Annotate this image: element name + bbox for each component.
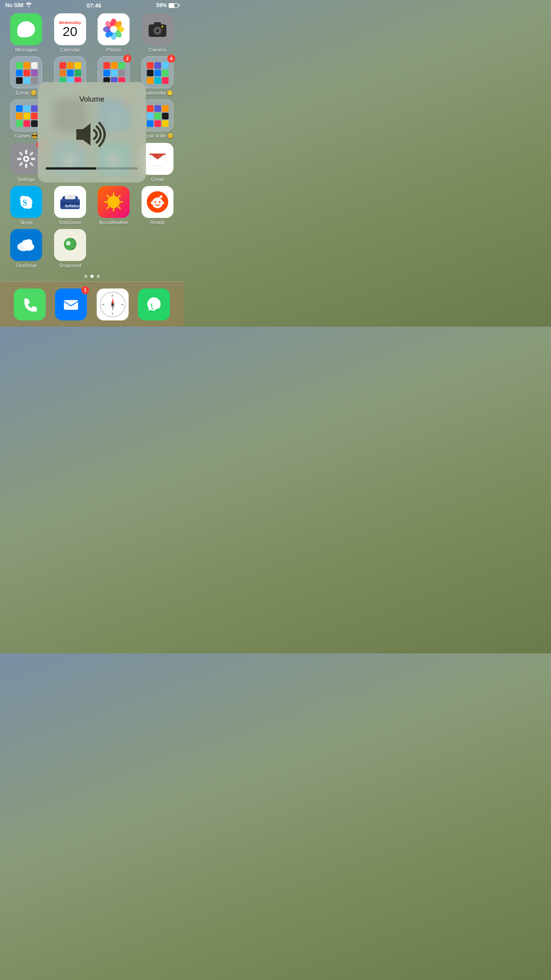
- app-label-multimedia: Multimedia 😶: [142, 90, 173, 96]
- page-dot-3[interactable]: [97, 275, 100, 278]
- folder-grid-shopping: [58, 60, 82, 85]
- svg-rect-41: [150, 154, 165, 155]
- gmail-svg: [146, 147, 169, 170]
- app-camera[interactable]: Camera: [138, 13, 178, 53]
- calendar-date: 20: [63, 25, 77, 38]
- svg-point-71: [25, 239, 32, 245]
- rf6: [118, 70, 125, 76]
- svg-rect-11: [154, 22, 161, 26]
- camera-svg: [147, 19, 168, 40]
- svg-text:S: S: [23, 198, 27, 207]
- rf2: [111, 62, 118, 69]
- dock-safari[interactable]: N S E W: [97, 288, 129, 320]
- gf4: [16, 113, 23, 119]
- gmail-icon: [142, 143, 173, 175]
- svg-point-67: [161, 202, 164, 204]
- page-dot-2[interactable]: [91, 275, 94, 278]
- safari-icon: N S E W: [97, 288, 129, 320]
- app-label-photos: Photos: [106, 47, 121, 53]
- mail-svg: [61, 295, 81, 314]
- sf1: [59, 62, 66, 69]
- ml3: [162, 105, 169, 112]
- dock-phone[interactable]: [14, 288, 46, 320]
- ml2: [154, 105, 161, 112]
- photos-flower-svg: [102, 18, 125, 41]
- volume-speaker-svg: [72, 117, 112, 152]
- gf7: [16, 120, 23, 127]
- svg-text:SofaScore: SofaScore: [65, 204, 82, 208]
- svg-text:S: S: [111, 312, 113, 314]
- fi3: [31, 62, 38, 69]
- volume-bar-fill: [46, 167, 96, 170]
- sf2: [67, 62, 74, 69]
- dock: 1 N S E W: [0, 281, 184, 327]
- app-calendar[interactable]: Wednesday 20 Calendar: [50, 13, 91, 53]
- calendar-icon: Wednesday 20: [54, 13, 86, 45]
- snapseed-icon: [54, 229, 86, 261]
- app-label-skype: Skype: [20, 220, 33, 225]
- mf9: [162, 77, 169, 84]
- folder-grid-extras: [14, 60, 39, 85]
- safari-svg: N S E W: [98, 290, 127, 319]
- volume-bar-container: [46, 167, 138, 170]
- multimedia-folder-icon: 4: [142, 56, 173, 88]
- whatsapp-svg: [144, 294, 164, 315]
- app-reddit[interactable]: Reddit: [138, 186, 178, 225]
- rf3: [118, 62, 125, 69]
- svg-point-61: [152, 198, 163, 208]
- rf1: [103, 62, 110, 69]
- app-label-reddit: Reddit: [150, 220, 165, 225]
- svg-point-72: [66, 241, 71, 245]
- fi7: [16, 77, 23, 84]
- page-dot-1[interactable]: [84, 275, 87, 278]
- phone-icon: [14, 288, 46, 320]
- skype-icon: S: [10, 186, 42, 218]
- volume-speaker-icon: [72, 117, 112, 154]
- svg-point-9: [110, 26, 117, 33]
- extras-folder-icon: [10, 56, 42, 88]
- dock-whatsapp[interactable]: [138, 288, 170, 320]
- accuweather-svg: [102, 191, 125, 213]
- badge-rarely: 2: [123, 55, 131, 63]
- volume-overlay: Volume: [38, 82, 146, 182]
- ml5: [154, 113, 161, 119]
- app-accuweather[interactable]: AccuWeather: [94, 186, 134, 225]
- svg-point-50: [107, 196, 120, 208]
- badge-multimedia: 4: [167, 55, 175, 63]
- folder-grid-multimedia: [145, 60, 169, 85]
- svg-line-56: [118, 207, 120, 209]
- ml4: [147, 113, 153, 119]
- app-messages[interactable]: Messages: [6, 13, 47, 53]
- app-sofascore[interactable]: SofaScore SofaScore: [50, 186, 91, 225]
- rf5: [111, 70, 118, 76]
- app-skype[interactable]: S Skype: [6, 186, 47, 225]
- sf6: [75, 70, 81, 76]
- app-label-extras: Extras 😊: [16, 90, 37, 96]
- ml8: [154, 120, 161, 127]
- app-photos[interactable]: Photos: [94, 13, 134, 53]
- ml7: [147, 120, 153, 127]
- app-label-gmail: Gmail: [151, 177, 164, 182]
- carrier-text: No SIM: [5, 2, 24, 8]
- accuweather-icon: [98, 186, 130, 218]
- settings-svg: [16, 148, 37, 170]
- svg-point-87: [111, 303, 114, 305]
- app-onedrive[interactable]: OneDrive: [6, 229, 47, 269]
- whatsapp-icon: [138, 288, 170, 320]
- messages-icon: [10, 13, 42, 45]
- app-snapseed[interactable]: Snapseed: [50, 229, 91, 269]
- dock-mail[interactable]: 1: [55, 288, 87, 320]
- onedrive-icon: [10, 229, 42, 261]
- app-label-messages: Messages: [15, 47, 37, 53]
- gf6: [31, 113, 38, 119]
- app-label-sofascore: SofaScore: [59, 220, 81, 225]
- badge-mail: 1: [81, 286, 89, 294]
- svg-point-15: [161, 26, 163, 28]
- reddit-svg: [146, 190, 169, 213]
- ml1: [147, 105, 153, 112]
- battery-percent: 59%: [156, 2, 167, 8]
- app-label-onedrive: OneDrive: [16, 263, 36, 269]
- svg-text:N: N: [111, 295, 113, 297]
- gf1: [16, 105, 23, 112]
- svg-line-55: [107, 195, 109, 197]
